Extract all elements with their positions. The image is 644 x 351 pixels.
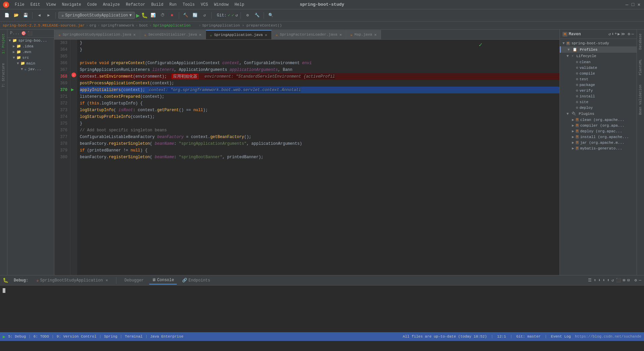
menu-edit[interactable]: Edit	[28, 1, 43, 8]
breadcrumb-method[interactable]: SpringApplication › prepareContext()	[202, 24, 282, 28]
tab-close-1[interactable]: ✕	[199, 32, 201, 37]
breadcrumb-org[interactable]: org	[90, 24, 96, 28]
console-toolbar-stop[interactable]: ⬛	[616, 278, 621, 283]
tab-endpoints[interactable]: 🔗 Endpoints	[179, 276, 213, 284]
menu-window[interactable]: Window	[211, 1, 231, 8]
tab-close-4[interactable]: ✕	[374, 32, 377, 37]
menu-refactor[interactable]: Refactor	[123, 1, 148, 8]
maven-download-icon[interactable]: ⬇	[611, 32, 614, 37]
maven-validate[interactable]: ⚙ validate	[560, 65, 637, 71]
java-folder[interactable]: ▼ ☕ jav...	[7, 66, 54, 72]
run-config-selector[interactable]: ☕ SpringBootStudyApplication ▼	[58, 12, 135, 19]
build-menu-button[interactable]: 🔧	[253, 11, 261, 19]
maven-run-icon[interactable]: ▶	[618, 32, 620, 37]
console-toolbar-reload[interactable]: ↺	[611, 278, 614, 283]
console-toolbar-grid[interactable]: ⊞	[623, 278, 625, 283]
event-log-label[interactable]: Event Log	[551, 335, 571, 339]
maven-compile[interactable]: ⚙ compile	[560, 71, 637, 76]
console-toolbar-up[interactable]: ⬆	[594, 278, 596, 283]
debug-session-label[interactable]: ☕ SpringBootStudyApplication ✕	[34, 276, 111, 284]
locate-file-icon[interactable]: 🎯	[21, 31, 26, 36]
open-button[interactable]: 📂	[12, 11, 20, 19]
save-button[interactable]: 💾	[21, 11, 30, 19]
back-button[interactable]: ◀	[35, 11, 43, 19]
tab-map[interactable]: ☕ Map.java ✕	[346, 30, 381, 39]
tab-debugger[interactable]: Debugger	[122, 277, 147, 284]
menu-tools[interactable]: Tools	[180, 1, 198, 8]
status-position[interactable]: 12:1	[497, 335, 506, 339]
breadcrumb-class[interactable]: SpringApplication	[153, 24, 191, 28]
new-file-button[interactable]: 📄	[3, 11, 11, 19]
maven-site[interactable]: ⚙ site	[560, 99, 637, 105]
maximize-button[interactable]: □	[631, 2, 635, 7]
collapse-all-icon[interactable]: ⬛	[28, 31, 33, 36]
maven-plugin-install[interactable]: ▶ M install (org.apache...	[560, 134, 637, 140]
src-folder[interactable]: ▼ 📁 src	[7, 55, 54, 60]
forward-button[interactable]: ▶	[45, 11, 53, 19]
menu-navigate[interactable]: Navigate	[59, 1, 84, 8]
breadcrumb-springframework[interactable]: springframework	[101, 24, 134, 28]
maven-verify[interactable]: ⚙ verify	[560, 88, 637, 93]
project-root[interactable]: ▼ 📁 spring-boo...	[7, 38, 54, 43]
main-folder[interactable]: ▼ 📁 main	[7, 60, 54, 66]
menu-code[interactable]: Code	[85, 1, 100, 8]
maven-plugin-jar[interactable]: ▶ M jar (org.apache.m...	[560, 140, 637, 145]
maven-clean[interactable]: ⚙ clean	[560, 59, 637, 65]
java-enterprise-label[interactable]: Java Enterprise	[150, 335, 183, 339]
maven-deploy[interactable]: ⚙ deploy	[560, 105, 637, 111]
console-content[interactable]	[0, 286, 644, 332]
maven-collapse-icon[interactable]: —	[632, 32, 634, 37]
tab-springbootstudyapplication[interactable]: ☕ SpringBootStudyApplication.java ✕	[54, 30, 140, 39]
tab-console[interactable]: 🖥 Console	[149, 276, 177, 284]
bean-validation-tab[interactable]: Bean Validation	[638, 83, 643, 116]
maven-more-icon[interactable]: ≫	[621, 32, 625, 37]
maven-plugins-section[interactable]: ▼ 🔌 Plugins	[560, 111, 637, 117]
build-button[interactable]: 🔨	[182, 11, 190, 19]
console-toolbar-down2[interactable]: ⬇	[602, 278, 605, 283]
project-tree-settings[interactable]: P...	[10, 31, 20, 36]
menu-build[interactable]: Build	[149, 1, 166, 8]
run-button[interactable]: ▶	[136, 12, 140, 19]
close-button[interactable]: ✕	[637, 2, 641, 7]
profiler-button[interactable]: ⏱	[159, 11, 167, 19]
tab-close-0[interactable]: ✕	[133, 32, 136, 37]
tab-springfactoriesloader[interactable]: ☕ SpringFactoriesLoader.java ✕	[272, 30, 346, 39]
maven-settings-icon[interactable]: ⚙	[628, 32, 630, 37]
maven-plugin-clean[interactable]: ▶ M clean (org.apache...	[560, 117, 637, 123]
tab-secondinitializer[interactable]: ☕ SecondInitializer.java ✕	[140, 30, 206, 39]
maven-refresh-icon[interactable]: ↺	[608, 32, 611, 37]
tab-close-2[interactable]: ✕	[265, 33, 267, 38]
maven-profiles-section[interactable]: ▼ 📋 Profiles	[560, 46, 637, 53]
console-toolbar-up2[interactable]: ⬆	[607, 278, 609, 283]
tab-close-3[interactable]: ✕	[339, 32, 342, 37]
maven-add-icon[interactable]: +	[614, 32, 617, 37]
console-toolbar-down[interactable]: ⬇	[598, 278, 600, 283]
spring-label[interactable]: Spring	[104, 335, 117, 339]
idea-folder[interactable]: ▶ 📁 .idea	[7, 43, 54, 49]
debug-button[interactable]: 🐛	[141, 12, 148, 19]
maven-plugin-compiler[interactable]: ▶ M compiler (org.apa...	[560, 123, 637, 128]
maven-project-root[interactable]: ▼ M spring-boot-study	[560, 40, 637, 46]
sync-button[interactable]: 🔄	[191, 11, 199, 19]
maven-plugin-deploy[interactable]: ▶ M deploy (org.apac...	[560, 128, 637, 134]
structure-tab[interactable]: 7: Structure	[1, 62, 6, 89]
plantuml-tab[interactable]: PlantUML	[638, 58, 643, 77]
tab-springapplication[interactable]: ☕ SpringApplication.java ✕	[206, 30, 272, 39]
console-toolbar-lines[interactable]: ☰	[588, 278, 592, 283]
search-everywhere-button[interactable]: 🔍	[267, 11, 275, 19]
stop-button[interactable]: ■	[168, 11, 176, 19]
menu-vcs[interactable]: VCS	[198, 1, 211, 8]
maven-install[interactable]: ⚙ install	[560, 93, 637, 99]
mvn-folder[interactable]: ▶ 📁 .mvn	[7, 49, 54, 55]
menu-file[interactable]: File	[12, 1, 27, 8]
coverage-button[interactable]: 📊	[149, 11, 157, 19]
menu-view[interactable]: View	[44, 1, 59, 8]
maven-plugin-mybatis[interactable]: ▶ M mybatis-generato...	[560, 145, 637, 151]
reload-button[interactable]: ↺	[201, 11, 209, 19]
menu-help[interactable]: Help	[232, 1, 247, 8]
maven-package[interactable]: ⚙ package	[560, 82, 637, 88]
database-tab[interactable]: Database	[638, 32, 643, 51]
todo-label[interactable]: 6: TODO	[34, 335, 49, 339]
menu-analyze[interactable]: Analyze	[100, 1, 122, 8]
session-close[interactable]: ✕	[106, 278, 108, 283]
